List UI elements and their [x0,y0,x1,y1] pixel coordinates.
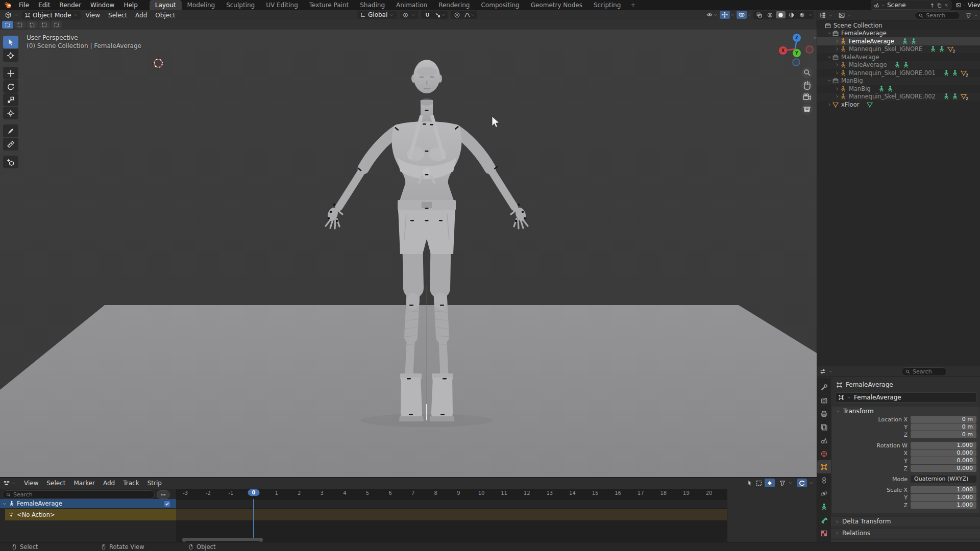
chevron-down-icon[interactable] [828,13,833,18]
nla-menu-marker[interactable]: Marker [70,480,99,487]
chevron-down-icon[interactable] [847,13,852,18]
object-name-field[interactable]: FemaleAverage [835,392,976,403]
nla-track-channel[interactable]: FemaleAverage [0,499,176,508]
blender-logo-icon[interactable] [4,1,12,9]
disclosure-right-icon[interactable] [835,62,840,67]
select-subtract-button[interactable] [27,21,38,29]
current-frame-indicator[interactable]: 0 [248,489,260,496]
toggle-ortho-button[interactable] [801,104,813,115]
outliner-row[interactable]: ManBig [817,77,980,85]
panel-header-relations[interactable]: Relations [831,528,980,538]
tab-modeling[interactable]: Modeling [182,0,221,10]
timeline-ruler[interactable]: -3-2-101234567891011121314151617181920 [176,489,727,499]
properties-editor-icon[interactable] [819,368,826,375]
select-set-button[interactable] [2,21,13,29]
nla-menu-strip[interactable]: Strip [143,480,166,487]
material-shading-button[interactable] [787,11,796,18]
axis-x-neg-ball[interactable] [806,46,813,53]
disclosure-right-icon[interactable] [835,94,840,99]
tweak-tool-icon[interactable] [746,480,753,487]
outliner-row[interactable]: ManBig [817,85,980,93]
snap-toggle[interactable] [422,11,432,19]
properties-tab-output[interactable] [817,407,831,420]
properties-tab-view-layer[interactable] [817,420,831,434]
tool-rotate[interactable] [3,80,18,93]
auto-snap-toggle[interactable] [797,479,807,487]
nla-editor-icon[interactable] [3,480,10,487]
properties-tab-physics[interactable] [817,487,831,500]
track-enable-checkbox[interactable] [164,501,170,507]
display-mode-icon[interactable] [838,12,845,19]
outliner-row[interactable]: MaleAverage [817,61,980,69]
properties-search-input[interactable] [913,368,943,375]
chevron-down-icon[interactable] [788,481,793,485]
transform-value-field[interactable]: 0.000 [911,449,976,457]
select-extend-button[interactable] [14,21,26,29]
properties-tab-tool[interactable] [817,381,831,394]
viewport-menu-add[interactable]: Add [131,12,151,19]
outliner-row[interactable]: Scene Collection [817,21,980,30]
keyframe-move-toggle[interactable] [765,479,775,487]
tab-shading[interactable]: Shading [354,0,390,10]
tool-transform[interactable] [3,107,18,119]
topbar-menu-window[interactable]: Window [86,0,119,10]
tab-layout[interactable]: Layout [150,0,182,10]
outliner-search-input[interactable] [926,12,957,19]
nla-menu-select[interactable]: Select [42,480,69,487]
chevron-down-icon[interactable] [828,369,833,374]
transform-orientation-dropdown[interactable]: Global [357,11,397,19]
filter-icon[interactable] [779,480,786,487]
transform-value-field[interactable]: 1.000 [911,494,976,501]
nla-search-input[interactable] [13,491,131,498]
properties-tab-scene[interactable] [817,434,831,447]
tab-animation[interactable]: Animation [390,0,433,10]
chevron-down-icon[interactable] [974,13,978,18]
show-gizmo-toggle[interactable] [720,11,730,19]
transform-value-dropdown[interactable]: Quaternion (WXYZ) [911,475,976,483]
properties-tab-texture[interactable] [817,527,831,540]
viewport-menu-select[interactable]: Select [104,12,131,19]
outliner-editor-icon[interactable] [819,12,826,19]
object-type-visibility-dropdown[interactable] [706,11,718,18]
tab-uv-editing[interactable]: UV Editing [260,0,304,10]
view-layer-selector[interactable]: View La [953,1,980,9]
rendered-shading-button[interactable] [797,11,807,18]
3d-viewport-canvas[interactable]: Z X Y [0,30,817,477]
navigation-gizmo[interactable]: Z X Y [779,34,813,66]
show-overlays-toggle[interactable] [737,11,747,19]
outliner-row[interactable]: Mannequin_Skel_IGNORE2 [817,45,980,54]
disclosure-down-icon[interactable] [827,31,832,36]
pivot-point-dropdown[interactable] [400,11,418,19]
falloff-dropdown[interactable] [463,11,476,19]
nla-menu-track[interactable]: Track [119,480,143,487]
outliner-search[interactable] [915,11,960,20]
outliner-row[interactable]: Mannequin_Skel_IGNORE.0012 [817,69,980,77]
tab-sculpting[interactable]: Sculpting [220,0,260,10]
camera-view-button[interactable] [801,92,813,103]
nla-menu-view[interactable]: View [20,480,42,487]
mode-dropdown[interactable]: Object Mode [22,11,81,19]
outliner-row[interactable]: xFloor [817,101,980,109]
properties-search[interactable] [901,367,947,376]
sidebar-collapse-arrow[interactable]: ‹ [814,34,816,41]
properties-tab-constraints[interactable] [817,473,831,487]
solid-shading-button[interactable] [776,11,786,18]
editor-type-button[interactable] [2,11,21,19]
transform-value-field[interactable]: 0 m [911,431,976,438]
tool-select-box[interactable] [3,36,18,48]
playhead[interactable] [253,499,254,539]
3d-viewport[interactable]: Z X Y [0,30,817,477]
disclosure-down-icon[interactable] [827,55,832,60]
properties-tab-world[interactable] [817,447,831,460]
chevron-down-icon[interactable] [11,481,16,486]
viewport-menu-object[interactable]: Object [151,12,179,19]
transform-value-field[interactable]: 0.000 [911,465,976,472]
new-scene-icon[interactable] [937,3,942,8]
transform-value-field[interactable]: 1.000 [911,486,976,493]
panel-header-delta-transform[interactable]: Delta Transform [831,516,980,526]
outliner-row[interactable]: Mannequin_Skel_IGNORE.0022 [817,93,980,101]
disclosure-down-icon[interactable] [827,78,832,83]
tool-add-cube[interactable] [3,156,18,168]
tab-texture-paint[interactable]: Texture Paint [304,0,354,10]
nla-menu-add[interactable]: Add [99,480,119,487]
